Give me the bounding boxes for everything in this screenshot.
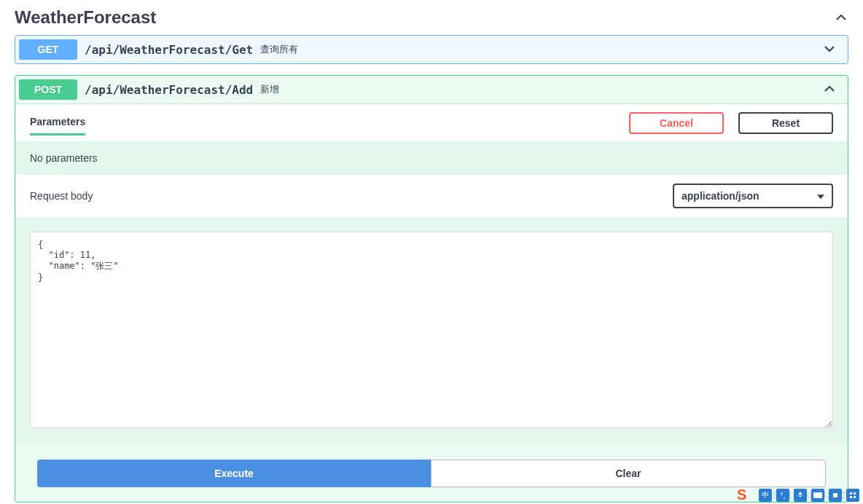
parameters-header: Parameters Cancel Reset [15, 104, 848, 141]
ime-toolbar: S 中 °, [737, 487, 859, 504]
operation-summary[interactable]: POST /api/WeatherForecast/Add 新增 [15, 76, 848, 103]
reset-button[interactable]: Reset [738, 112, 833, 134]
execute-wrapper: Execute Clear [15, 445, 848, 502]
operation-post: POST /api/WeatherForecast/Add 新增 Paramet… [15, 75, 848, 503]
cancel-button[interactable]: Cancel [629, 112, 724, 134]
request-body-textarea[interactable]: { "id": 11, "name": "张三" } [30, 232, 833, 428]
ime-mode-icon[interactable]: 中 [759, 489, 772, 502]
operation-description: 新增 [260, 83, 815, 96]
svg-rect-4 [850, 496, 852, 498]
body-editor-wrap: { "id": 11, "name": "张三" } [15, 217, 848, 445]
ime-tools-icon[interactable] [846, 489, 859, 502]
chevron-down-icon [815, 42, 844, 58]
method-badge-get: GET [19, 39, 77, 60]
ime-skin-icon[interactable] [829, 489, 842, 502]
svg-rect-1 [813, 492, 822, 498]
request-body-label: Request body [30, 190, 93, 202]
ime-keyboard-icon[interactable] [811, 489, 824, 502]
operation-body: Parameters Cancel Reset No parameters Re… [15, 103, 848, 502]
ime-punct-icon[interactable]: °, [776, 489, 789, 502]
ime-voice-icon[interactable] [794, 489, 807, 502]
chevron-up-icon [815, 82, 844, 98]
tag-section-header[interactable]: WeatherForecast [15, 0, 848, 35]
chevron-up-icon [834, 10, 848, 25]
operation-path: /api/WeatherForecast/Get [77, 43, 260, 57]
operation-summary[interactable]: GET /api/WeatherForecast/Get 查询所有 [15, 36, 848, 63]
svg-rect-3 [854, 492, 856, 495]
operation-path: /api/WeatherForecast/Add [77, 83, 260, 97]
operation-description: 查询所有 [260, 43, 815, 56]
svg-point-0 [799, 492, 802, 495]
request-body-header: Request body application/json [15, 175, 848, 217]
svg-rect-2 [850, 492, 852, 495]
sogou-icon[interactable]: S [737, 487, 754, 504]
operation-get: GET /api/WeatherForecast/Get 查询所有 [15, 35, 848, 64]
parameters-tab[interactable]: Parameters [30, 110, 85, 135]
clear-button[interactable]: Clear [431, 460, 826, 487]
method-badge-post: POST [19, 79, 77, 100]
svg-rect-5 [854, 496, 856, 498]
tag-title: WeatherForecast [15, 7, 156, 28]
content-type-select[interactable]: application/json [673, 184, 833, 208]
no-parameters-text: No parameters [15, 141, 848, 175]
execute-button[interactable]: Execute [37, 460, 431, 487]
